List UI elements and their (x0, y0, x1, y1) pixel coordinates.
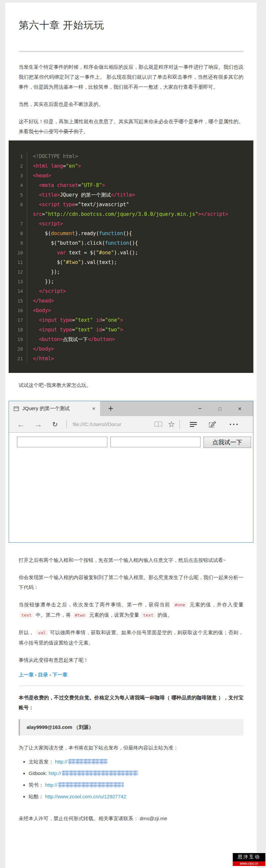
line-number: 4 (9, 181, 27, 190)
section-divider (19, 685, 243, 686)
code-line: 2<html lang="en"> (9, 161, 254, 171)
code-line: 7 <script> (9, 219, 254, 229)
input-two[interactable] (110, 437, 201, 447)
page-viewport: 点我试一下 (9, 433, 253, 542)
toc-link[interactable]: 目录 (38, 672, 48, 677)
nav-separator: - (48, 672, 52, 677)
paragraph-intro-3: 这不好玩！但是，再加上属性就有点意思了。其实真写起来你未必会在乎哪个是事件，哪个… (19, 117, 243, 136)
paragraph-after-3: 当按钮惨遭单击之后，依次发生了两件事情。第一件，获得当前 #one 元素的值，并… (19, 600, 243, 620)
code-line: 8 $(document).ready(function(){ (9, 229, 254, 239)
line-number: 15 (9, 296, 27, 306)
more-options-icon[interactable] (230, 424, 238, 425)
favorites-star-icon[interactable]: ☆ (168, 421, 175, 428)
payment-notice: 本书是收费的，不过交费凭自觉。价格定义为每人请我喝一杯咖啡（ 哪种品质的咖啡随意… (19, 693, 243, 713)
toolbar-separator (66, 420, 67, 429)
reading-view-icon[interactable] (154, 421, 163, 428)
redacted-url-mosaic (69, 759, 108, 765)
web-note-icon[interactable] (209, 421, 216, 428)
article-card: 第六十章 开始玩玩 当发生某个特定事件的时候，程序会做出相应的反应，那么就是程序… (5, 3, 257, 868)
code-line: 4 <meta charset="UTF-8"> (9, 181, 254, 190)
title-divider (19, 51, 243, 52)
forward-icon[interactable]: → (34, 421, 42, 428)
try-button[interactable]: 点我试一下 (204, 437, 251, 448)
code-line: src="http://cdn.bootcss.com/jquery/3.0.0… (9, 210, 254, 219)
line-number: 9 (9, 239, 27, 248)
site-list-item: 简书： http:// (29, 780, 243, 790)
window-controls: − □ × (190, 401, 253, 416)
line-number: 10 (9, 248, 27, 258)
code-line: 20</body> (9, 344, 254, 354)
copyright-note: 未经本人许可，禁止任何形式转载。相关事宜请联系： dms@zji.me (19, 813, 243, 824)
sites-intro: 为了让大家阅读方便，本书将在如下站点发布，但最终内容以主站为准： (19, 743, 243, 753)
site-list-item: 站酷： http://www.zcool.com.cn/u/12927742 (29, 792, 243, 802)
prev-chapter-link[interactable]: 上一章 (19, 672, 33, 677)
paragraph-after-1: 打开之后有两个输入框和一个按钮，先在第一个输入框内输入任意文字，然后点击按钮试试… (19, 555, 243, 565)
toolbar-separator (180, 420, 180, 429)
watermark: 思洋互动 www.ciya.cn (233, 853, 265, 866)
site-list-item: Gitbook: http:// (29, 768, 243, 778)
line-number: 8 (9, 229, 27, 239)
line-number: 13 (9, 277, 27, 286)
code-block: 1<!DOCTYPE html>2<html lang="en">3<head>… (9, 141, 254, 373)
watermark-url: www.ciya.cn (233, 861, 265, 866)
tab-page-icon (14, 406, 19, 411)
line-number: 5 (9, 190, 27, 200)
site-label: 站酷： (29, 794, 45, 799)
line-number: 16 (9, 306, 27, 315)
refresh-icon[interactable]: ↻ (52, 421, 58, 428)
inline-code: #two (73, 612, 87, 618)
redacted-url-mosaic (62, 771, 138, 776)
paragraph-after-5: 事情从此变得有意思起来了呢！ (19, 655, 243, 665)
code-line: 9 $("button").click(function(){ (9, 239, 254, 248)
site-link[interactable]: http:// (45, 782, 57, 788)
tab-bar: JQuery 的第一个测试 × + − □ × (9, 401, 253, 416)
page-title: 第六十章 开始玩玩 (19, 19, 243, 32)
inline-code: #one (173, 602, 187, 608)
tab-title: JQuery 的第一个测试 (22, 405, 87, 412)
input-one[interactable] (17, 437, 107, 447)
address-bar[interactable]: file:///C:/Users/i/Docur (73, 422, 153, 427)
inline-code: val (36, 629, 48, 636)
paragraph-intro-2: 当然，其实在后面也是会不断涉及的。 (19, 99, 243, 109)
paragraph-after-4: 所以， val 可以做两件事情，获取和设置。如果小括号里面是空的，则获取这个元素… (19, 628, 243, 648)
code-line: 13 }); (9, 277, 254, 286)
back-icon[interactable]: ← (17, 421, 25, 428)
code-line: 12 }); (9, 267, 254, 277)
site-label: 主站首发： (29, 759, 55, 765)
redacted-url-mosaic (58, 782, 124, 788)
site-link[interactable]: http://www.zcool.com.cn/u/12927742 (45, 794, 126, 799)
close-button[interactable]: × (230, 405, 250, 412)
paragraph-intro-1: 当发生某个特定事件的时候，程序会做出相应的反应，那么就是程序对这一事件进行了响应… (19, 62, 243, 92)
line-number: 11 (9, 258, 27, 267)
line-number: 2 (9, 161, 27, 171)
site-link[interactable]: http:// (49, 770, 61, 776)
inline-code: text (141, 612, 155, 618)
code-line: 1<!DOCTYPE html> (9, 152, 254, 161)
line-number: 17 (9, 315, 27, 325)
line-number: 19 (9, 335, 27, 344)
line-number: 6 (9, 200, 27, 210)
browser-tab[interactable]: JQuery 的第一个测试 × (9, 401, 100, 416)
inline-code: text (19, 612, 33, 618)
new-tab-button[interactable]: + (100, 401, 122, 416)
code-line: 6 <script type="text/javascript" (9, 200, 254, 210)
site-label: Gitbook: (29, 770, 49, 776)
code-line: 21</html> (9, 354, 254, 364)
next-chapter-link[interactable]: 下一章 (53, 672, 68, 677)
line-number: 7 (9, 219, 27, 229)
minimize-button[interactable]: − (190, 405, 210, 412)
nav-separator: - (33, 672, 38, 677)
code-line: 5 <title>JQuery 的第一个测试</title> (9, 190, 254, 200)
hub-icon[interactable] (189, 422, 197, 427)
line-number: 21 (9, 354, 27, 364)
code-line: 15</head> (9, 296, 254, 306)
code-line: 14 </script> (9, 286, 254, 296)
code-line: 18 <input type="text" id="two"> (9, 325, 254, 335)
site-label: 简书： (29, 782, 45, 788)
tab-close-icon[interactable]: × (91, 405, 97, 412)
maximize-button[interactable]: □ (210, 406, 230, 411)
site-link[interactable]: http:// (55, 759, 68, 765)
browser-toolbar: ← → ↻ file:///C:/Users/i/Docur ☆ (9, 416, 253, 433)
edge-browser-window: JQuery 的第一个测试 × + − □ × ← → ↻ file:///C:… (9, 401, 254, 542)
code-line: 11 $("#two").val(text); (9, 258, 254, 267)
